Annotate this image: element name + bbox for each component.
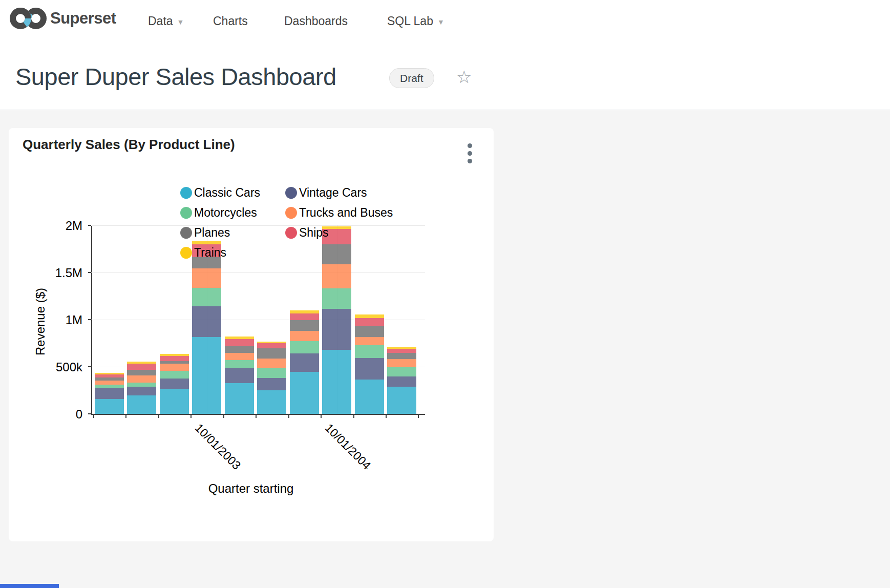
- x-tick-mark: [93, 415, 94, 418]
- legend-item-vintage-cars[interactable]: Vintage Cars: [285, 186, 367, 200]
- bar-segment-planes[interactable]: [290, 320, 319, 331]
- nav-item-dashboards[interactable]: Dashboards: [284, 14, 348, 28]
- bar-segment-trains[interactable]: [95, 373, 124, 374]
- bar-segment-planes[interactable]: [127, 370, 156, 375]
- bar-segment-classic-cars[interactable]: [225, 383, 254, 414]
- bottom-scroll-indicator[interactable]: [0, 584, 59, 588]
- top-navigation-bar: Superset Data▼ Charts Dashboards SQL Lab…: [0, 0, 890, 110]
- legend-color-dot: [180, 187, 192, 199]
- bar-segment-motorcycles[interactable]: [355, 345, 384, 358]
- bar-segment-trains[interactable]: [160, 354, 189, 356]
- bar-segment-trains[interactable]: [387, 347, 416, 349]
- bar-segment-planes[interactable]: [387, 353, 416, 359]
- bar-segment-ships[interactable]: [387, 349, 416, 353]
- bar-segment-motorcycles[interactable]: [257, 368, 286, 378]
- bar-segment-motorcycles[interactable]: [127, 383, 156, 387]
- bar-segment-ships[interactable]: [127, 364, 156, 370]
- nav-item-data[interactable]: Data▼: [148, 14, 184, 28]
- legend-item-planes[interactable]: Planes: [180, 226, 230, 240]
- legend-label: Planes: [194, 226, 230, 240]
- bar-segment-motorcycles[interactable]: [192, 288, 221, 306]
- y-tick-label: 0: [36, 407, 82, 422]
- bar-segment-planes[interactable]: [355, 326, 384, 337]
- bar-segment-motorcycles[interactable]: [95, 385, 124, 388]
- bar-segment-vintage-cars[interactable]: [355, 358, 384, 380]
- bar-segment-motorcycles[interactable]: [160, 371, 189, 379]
- bar-segment-trains[interactable]: [290, 310, 319, 313]
- bar-segment-motorcycles[interactable]: [225, 360, 254, 368]
- bar-segment-classic-cars[interactable]: [290, 372, 319, 414]
- legend-item-motorcycles[interactable]: Motorcycles: [180, 206, 257, 220]
- status-badge-draft[interactable]: Draft: [389, 68, 434, 88]
- bar-segment-planes[interactable]: [322, 244, 351, 264]
- bar-segment-planes[interactable]: [225, 346, 254, 353]
- bar-segment-trucks-and-buses[interactable]: [192, 268, 221, 288]
- bar-segment-vintage-cars[interactable]: [225, 368, 254, 383]
- bar-segment-ships[interactable]: [257, 343, 286, 348]
- y-tick-label: 1M: [36, 313, 82, 327]
- bar-segment-vintage-cars[interactable]: [322, 309, 351, 350]
- y-gridline: [91, 225, 425, 226]
- bar-segment-vintage-cars[interactable]: [127, 387, 156, 395]
- bar-segment-trucks-and-buses[interactable]: [160, 364, 189, 371]
- nav-item-charts[interactable]: Charts: [213, 14, 248, 28]
- legend-color-dot: [285, 187, 297, 199]
- bar-segment-trains[interactable]: [257, 342, 286, 343]
- bar-segment-classic-cars[interactable]: [160, 389, 189, 414]
- legend-item-trucks-and-buses[interactable]: Trucks and Buses: [285, 206, 393, 220]
- bar-segment-motorcycles[interactable]: [387, 367, 416, 376]
- bar-segment-trucks-and-buses[interactable]: [322, 264, 351, 288]
- bar-segment-classic-cars[interactable]: [127, 395, 156, 414]
- y-tick-label: 500k: [36, 360, 82, 374]
- bar-segment-planes[interactable]: [160, 361, 189, 364]
- legend-item-ships[interactable]: Ships: [285, 226, 329, 240]
- bar-segment-trucks-and-buses[interactable]: [387, 359, 416, 367]
- y-tick-label: 2M: [36, 219, 82, 233]
- chevron-down-icon: ▼: [437, 18, 444, 26]
- bar-segment-ships[interactable]: [95, 374, 124, 377]
- bar-segment-classic-cars[interactable]: [257, 390, 286, 414]
- brand-name: Superset: [50, 9, 116, 28]
- bar-segment-trains[interactable]: [127, 362, 156, 364]
- bar-segment-trains[interactable]: [225, 337, 254, 339]
- bar-segment-classic-cars[interactable]: [95, 399, 124, 414]
- stacked-bar-chart: Revenue ($) Quarter starting 0500k1M1.5M…: [9, 128, 494, 541]
- legend-color-dot: [180, 207, 192, 219]
- bar-segment-trains[interactable]: [192, 241, 221, 244]
- legend-item-classic-cars[interactable]: Classic Cars: [180, 186, 260, 200]
- x-tick-label: 10/01/2004: [322, 421, 373, 472]
- bar-segment-ships[interactable]: [225, 339, 254, 346]
- legend-item-trains[interactable]: Trains: [180, 246, 226, 260]
- bar-segment-ships[interactable]: [290, 313, 319, 320]
- bar-segment-trucks-and-buses[interactable]: [257, 359, 286, 368]
- superset-logo[interactable]: Superset: [9, 5, 116, 32]
- bar-segment-trucks-and-buses[interactable]: [127, 375, 156, 383]
- bar-segment-classic-cars[interactable]: [322, 350, 351, 414]
- bar-segment-ships[interactable]: [160, 356, 189, 361]
- superset-infinity-icon: [9, 5, 47, 32]
- x-tick-mark: [321, 415, 322, 418]
- bar-segment-vintage-cars[interactable]: [95, 388, 124, 399]
- bar-segment-ships[interactable]: [355, 318, 384, 326]
- bar-segment-vintage-cars[interactable]: [257, 378, 286, 390]
- bar-segment-planes[interactable]: [257, 348, 286, 359]
- bar-segment-motorcycles[interactable]: [290, 341, 319, 353]
- bar-segment-trains[interactable]: [355, 314, 384, 318]
- bar-segment-trucks-and-buses[interactable]: [290, 331, 319, 341]
- bar-segment-classic-cars[interactable]: [387, 387, 416, 414]
- legend-color-dot: [285, 227, 297, 239]
- bar-segment-planes[interactable]: [95, 377, 124, 381]
- bar-segment-vintage-cars[interactable]: [192, 306, 221, 337]
- bar-segment-vintage-cars[interactable]: [160, 379, 189, 389]
- bar-segment-trucks-and-buses[interactable]: [95, 381, 124, 385]
- favorite-star-icon[interactable]: ☆: [456, 67, 472, 87]
- x-tick-mark: [418, 415, 419, 418]
- bar-segment-trucks-and-buses[interactable]: [225, 353, 254, 360]
- bar-segment-trucks-and-buses[interactable]: [355, 337, 384, 345]
- bar-segment-motorcycles[interactable]: [322, 288, 351, 309]
- bar-segment-vintage-cars[interactable]: [290, 353, 319, 372]
- bar-segment-vintage-cars[interactable]: [387, 376, 416, 387]
- bar-segment-classic-cars[interactable]: [192, 337, 221, 414]
- nav-item-sql-lab[interactable]: SQL Lab▼: [387, 14, 444, 28]
- bar-segment-classic-cars[interactable]: [355, 380, 384, 414]
